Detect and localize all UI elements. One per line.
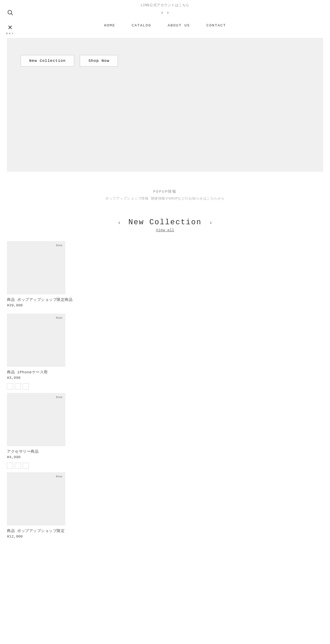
product-image-3[interactable]: New [7,393,65,446]
product-name-2: 商品 iPhoneケース用 [7,370,76,375]
product-image-1[interactable]: New [7,241,65,294]
product-list: New 商品 ポップアップショップ限定商品 ¥39,800 New 商品 iPh… [0,241,330,541]
product-price-1: ¥39,800 [7,303,76,307]
collection-header: ‹ New Collection › [7,218,323,227]
prev-arrow-btn[interactable]: ‹ [161,10,163,15]
swatch[interactable] [15,463,21,469]
nav-contact[interactable]: CONTACT [207,23,226,27]
next-arrow-btn[interactable]: › [167,10,169,15]
popup-label: POPUP情報 [7,189,323,194]
hero-shop-now-btn[interactable]: Shop Now [80,55,118,67]
hero-buttons: New Collection Shop Now [21,55,118,67]
product-name-3: アクセサリー商品 [7,449,76,454]
svg-point-0 [8,10,12,14]
svg-line-1 [11,14,13,15]
collection-next-btn[interactable]: › [210,219,211,226]
top-bar-text: LINE公式アカウントはこちら [141,3,189,7]
hero-section: New Collection Shop Now [7,38,323,172]
swatch[interactable] [23,383,29,389]
product-item: New 商品 iPhoneケース用 ¥3,990 [7,314,76,389]
product-item: New 商品 ポップアップショップ限定 ¥12,900 [7,472,76,541]
product-name-4: 商品 ポップアップショップ限定 [7,528,76,533]
collection-prev-btn[interactable]: ‹ [118,219,120,226]
product-price-4: ¥12,900 [7,534,76,539]
search-icon[interactable] [7,10,13,16]
collection-section: ‹ New Collection › View all [0,208,330,241]
swatch[interactable] [7,463,13,469]
nav-home[interactable]: HOME [104,23,115,27]
product-name-1: 商品 ポップアップショップ限定商品 [7,297,76,302]
nav-catalog[interactable]: CATALOG [132,23,151,27]
product-badge-4: New [56,475,63,478]
swatch[interactable] [15,383,21,389]
product-swatches-2 [7,383,76,389]
product-item: New アクセサリー商品 ¥4,990 [7,393,76,469]
logo-mark: ✕ [8,24,13,32]
product-price-2: ¥3,990 [7,376,76,380]
nav-about-us[interactable]: ABOUT US [168,23,190,27]
product-swatches-3 [7,463,76,469]
main-nav: HOME CATALOG ABOUT US CONTACT [0,17,330,31]
logo: ✕ RAY [6,24,15,35]
product-image-2[interactable]: New [7,314,65,367]
product-badge-2: New [56,316,63,320]
logo-sub: RAY [6,32,15,35]
product-badge-3: New [56,396,63,399]
product-price-3: ¥4,990 [7,455,76,459]
top-bar: LINE公式アカウントはこちら [0,0,330,9]
collection-title: New Collection [129,218,202,227]
swatch[interactable] [23,463,29,469]
top-nav-arrows: ‹ › [0,9,330,17]
swatch[interactable] [7,383,13,389]
popup-section: POPUP情報 ポップアップショップ情報 開催情報やGRUPなどのお知らせはこち… [0,172,330,208]
product-badge-1: New [56,244,63,247]
view-all-link[interactable]: View all [7,228,323,232]
product-item: New 商品 ポップアップショップ限定商品 ¥39,800 [7,241,76,310]
hero-new-collection-btn[interactable]: New Collection [21,55,74,67]
popup-desc: ポップアップショップ情報 開催情報やGRUPなどのお知らせはこちらから [7,196,323,201]
product-image-4[interactable]: New [7,472,65,526]
